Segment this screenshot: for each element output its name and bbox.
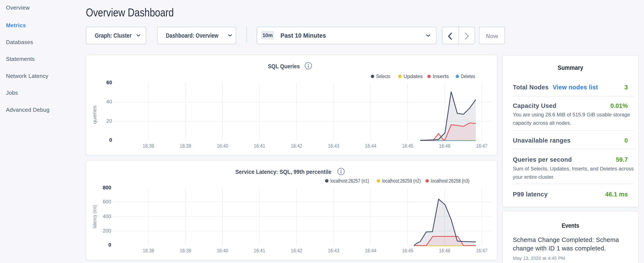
svg-text:16:41: 16:41 (254, 143, 265, 149)
svg-text:localhost:26258 (n3): localhost:26258 (n3) (431, 178, 470, 184)
svg-text:16:44: 16:44 (365, 248, 376, 253)
svg-text:16:38: 16:38 (143, 143, 154, 149)
svg-text:16:45: 16:45 (402, 248, 413, 253)
svg-text:16:44: 16:44 (365, 143, 376, 149)
svg-text:latency (ms): latency (ms) (92, 205, 98, 228)
svg-text:localhost:26257 (n1): localhost:26257 (n1) (330, 178, 369, 184)
svg-text:20: 20 (106, 118, 112, 124)
svg-text:600: 600 (103, 199, 111, 204)
svg-text:16:42: 16:42 (291, 248, 302, 253)
svg-text:Inserts: Inserts (433, 74, 449, 79)
svg-text:16:47: 16:47 (476, 248, 488, 253)
svg-text:16:43: 16:43 (328, 248, 339, 253)
svg-text:16:40: 16:40 (217, 248, 228, 253)
svg-text:0: 0 (108, 242, 111, 248)
svg-text:queries: queries (92, 106, 98, 124)
svg-text:800: 800 (103, 185, 111, 190)
svg-text:localhost:26259 (n2): localhost:26259 (n2) (382, 178, 421, 184)
svg-text:16:40: 16:40 (217, 143, 228, 149)
svg-text:16:39: 16:39 (180, 248, 191, 253)
svg-text:400: 400 (103, 213, 111, 219)
svg-text:16:42: 16:42 (291, 143, 302, 149)
svg-text:60: 60 (106, 80, 112, 85)
svg-text:16:47: 16:47 (476, 143, 488, 149)
svg-text:16:41: 16:41 (254, 248, 265, 253)
svg-text:16:45: 16:45 (402, 143, 413, 149)
svg-text:16:43: 16:43 (328, 143, 339, 149)
svg-text:40: 40 (106, 99, 112, 105)
svg-text:16:46: 16:46 (439, 143, 450, 149)
svg-text:16:39: 16:39 (180, 143, 191, 149)
svg-text:0: 0 (109, 137, 112, 143)
svg-text:Selects: Selects (376, 74, 390, 79)
svg-text:16:46: 16:46 (439, 248, 450, 253)
svg-text:200: 200 (103, 228, 111, 234)
svg-text:Deletes: Deletes (461, 74, 475, 79)
svg-text:Updates: Updates (404, 74, 423, 79)
svg-text:16:38: 16:38 (143, 248, 154, 253)
